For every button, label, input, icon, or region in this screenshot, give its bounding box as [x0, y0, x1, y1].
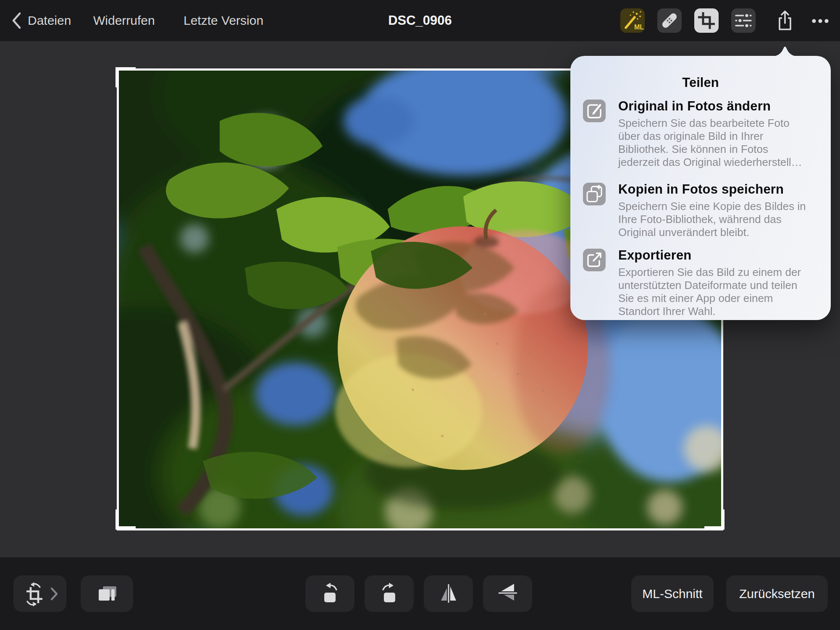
crop-handle-bottom-right[interactable] [704, 509, 724, 530]
rotate-left-button[interactable] [305, 575, 354, 612]
aspect-ratio-icon [94, 581, 120, 606]
ml-crop-button[interactable]: ML-Schnitt [631, 575, 714, 612]
revert-label: Letzte Version [184, 13, 263, 28]
editor-canvas: Teilen Original in Fotos ändern Speicher… [0, 41, 840, 557]
square-pencil-icon [583, 100, 606, 122]
reset-button[interactable]: Zurücksetzen [726, 575, 828, 612]
share-option-description: Speichern Sie das bearbeitete Foto über … [618, 117, 812, 169]
copy-plus-icon [583, 183, 606, 205]
bandage-icon [658, 9, 681, 32]
crop-rotate-icon [21, 581, 46, 606]
flip-vertical-icon [495, 581, 520, 606]
flip-horizontal-icon [436, 581, 461, 606]
share-option-modify-original[interactable]: Original in Fotos ändern Speichern Sie d… [583, 99, 821, 169]
share-button[interactable] [773, 8, 797, 33]
magic-wand-ml-icon: ML [620, 8, 645, 33]
rotate-left-icon [318, 581, 343, 606]
adjustments-button[interactable] [731, 8, 756, 33]
share-option-export[interactable]: Exportieren Exportieren Sie das Bild zu … [583, 248, 821, 318]
share-option-description: Exportieren Sie das Bild zu einem der un… [618, 266, 812, 318]
repair-button[interactable] [657, 8, 682, 33]
chevron-left-icon [11, 12, 22, 29]
aspect-ratio-button[interactable] [81, 575, 133, 612]
crop-handle-bottom-left[interactable] [116, 509, 136, 530]
share-popover: Teilen Original in Fotos ändern Speicher… [570, 56, 831, 320]
chevron-right-icon [50, 587, 58, 601]
popover-arrow [772, 44, 798, 56]
rotate-right-icon [377, 581, 402, 606]
export-icon [583, 249, 606, 271]
revert-button[interactable]: Letzte Version [184, 0, 263, 41]
crop-icon [694, 8, 719, 33]
share-option-title: Kopien in Fotos speichern [618, 182, 821, 197]
bottom-toolbar: ML-Schnitt Zurücksetzen [0, 557, 840, 630]
ml-enhance-button[interactable]: ML [620, 8, 645, 33]
share-option-title: Exportieren [618, 248, 821, 263]
back-label: Dateien [28, 13, 71, 28]
reset-label: Zurücksetzen [739, 587, 815, 601]
ml-crop-label: ML-Schnitt [642, 587, 702, 601]
document-title: DSC_0906 [388, 0, 452, 41]
undo-label: Widerrufen [93, 13, 155, 28]
top-toolbar: Dateien Widerrufen Letzte Version DSC_09… [0, 0, 840, 41]
svg-text:ML: ML [634, 24, 644, 31]
share-icon [776, 9, 794, 32]
crop-handle-top-left[interactable] [116, 67, 136, 87]
ellipsis-icon [808, 9, 832, 32]
more-button[interactable] [808, 8, 832, 33]
sliders-icon [732, 9, 755, 32]
share-option-title: Original in Fotos ändern [618, 99, 821, 114]
undo-button[interactable]: Widerrufen [93, 0, 155, 41]
share-option-description: Speichern Sie eine Kopie des Bildes in I… [618, 200, 812, 239]
flip-vertical-button[interactable] [483, 575, 532, 612]
rotate-right-button[interactable] [365, 575, 414, 612]
crop-rotate-menu-button[interactable] [13, 575, 66, 612]
share-option-save-copy[interactable]: Kopien in Fotos speichern Speichern Sie … [583, 182, 821, 239]
crop-tool-button[interactable] [694, 8, 719, 33]
popover-title: Teilen [570, 75, 831, 90]
back-to-files-button[interactable]: Dateien [11, 0, 71, 41]
flip-horizontal-button[interactable] [424, 575, 473, 612]
photo-editor-app: Teilen Original in Fotos ändern Speicher… [0, 0, 840, 630]
